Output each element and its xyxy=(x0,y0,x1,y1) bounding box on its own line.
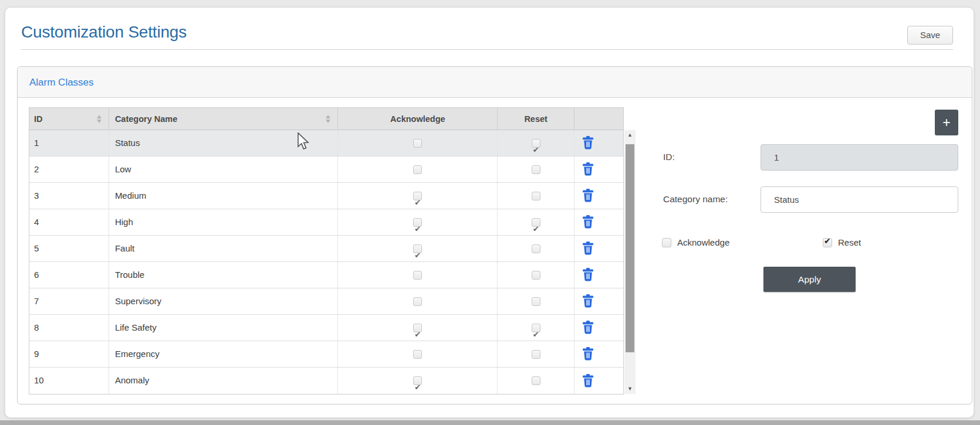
trash-icon xyxy=(582,294,594,308)
delete-row-button[interactable] xyxy=(582,215,594,229)
column-header-acknowledge[interactable]: Acknowledge xyxy=(338,108,498,130)
delete-row-button[interactable] xyxy=(582,374,594,388)
acknowledge-checkbox[interactable] xyxy=(413,324,422,332)
reset-checkbox[interactable] xyxy=(532,192,540,200)
column-header-reset[interactable]: Reset xyxy=(498,108,575,130)
reset-checkbox[interactable] xyxy=(532,271,540,280)
reset-checkbox[interactable] xyxy=(532,350,540,359)
panel-body: ID Category Name Acknowledge Reset 1 Sta… xyxy=(18,98,972,404)
delete-row-button[interactable] xyxy=(582,189,594,203)
panel-header: Alarm Classes xyxy=(18,67,972,98)
row-actions-cell xyxy=(575,368,623,394)
acknowledge-checkbox[interactable] xyxy=(413,297,422,306)
table-row[interactable]: 3 Medium xyxy=(29,183,623,209)
delete-row-button[interactable] xyxy=(582,242,594,256)
delete-row-button[interactable] xyxy=(582,294,594,308)
acknowledge-checkbox[interactable] xyxy=(413,244,422,253)
row-actions-cell xyxy=(575,341,623,367)
row-reset-cell xyxy=(498,157,575,182)
row-reset-cell xyxy=(498,315,575,341)
viewport-bottom-edge xyxy=(0,420,980,425)
table-row[interactable]: 6 Trouble xyxy=(29,262,623,288)
acknowledge-checkbox-label: Acknowledge xyxy=(677,237,729,247)
row-acknowledge-cell xyxy=(338,209,498,235)
column-header-id[interactable]: ID xyxy=(29,108,109,130)
reset-checkbox[interactable] xyxy=(532,376,540,385)
trash-icon xyxy=(582,321,594,334)
chevron-down-icon[interactable]: ▼ xyxy=(624,384,636,394)
trash-icon xyxy=(582,374,594,387)
row-category-cell: High xyxy=(109,209,339,235)
category-name-field-label: Category name: xyxy=(663,194,728,205)
row-category-cell: Status xyxy=(109,130,339,156)
scrollbar-thumb[interactable] xyxy=(626,144,634,352)
row-actions-cell xyxy=(575,157,623,182)
acknowledge-checkbox[interactable] xyxy=(413,376,422,385)
reset-checkbox-group: Reset xyxy=(823,237,861,247)
delete-row-button[interactable] xyxy=(582,321,594,335)
row-reset-cell xyxy=(498,183,575,209)
column-header-actions xyxy=(575,108,623,130)
acknowledge-checkbox[interactable] xyxy=(413,165,422,174)
table-row[interactable]: 4 High xyxy=(29,209,623,236)
row-id-cell: 5 xyxy=(29,236,109,261)
acknowledge-checkbox[interactable] xyxy=(413,350,422,359)
reset-checkbox[interactable] xyxy=(532,165,540,174)
row-acknowledge-cell xyxy=(338,341,498,367)
row-acknowledge-cell xyxy=(338,130,498,156)
page-title: Customization Settings xyxy=(21,23,187,42)
acknowledge-checkbox[interactable] xyxy=(413,271,422,280)
delete-row-button[interactable] xyxy=(582,347,594,361)
row-actions-cell xyxy=(575,209,623,235)
trash-icon xyxy=(582,242,594,255)
chevron-up-icon[interactable]: ▲ xyxy=(624,130,636,140)
reset-checkbox-label: Reset xyxy=(838,237,861,247)
sort-icon[interactable] xyxy=(97,115,102,123)
acknowledge-checkbox-group: Acknowledge xyxy=(662,237,729,247)
reset-checkbox[interactable] xyxy=(532,244,540,253)
trash-icon xyxy=(582,268,594,281)
acknowledge-checkbox[interactable] xyxy=(413,218,422,227)
save-button[interactable]: Save xyxy=(907,26,953,45)
row-acknowledge-cell xyxy=(338,157,498,182)
delete-row-button[interactable] xyxy=(582,162,594,176)
acknowledge-checkbox[interactable] xyxy=(413,139,422,148)
panel-header-label[interactable]: Alarm Classes xyxy=(18,67,972,98)
column-header-category[interactable]: Category Name xyxy=(109,108,339,130)
reset-checkbox[interactable] xyxy=(823,238,832,247)
table-row[interactable]: 2 Low xyxy=(29,157,623,183)
row-id-cell: 2 xyxy=(29,157,109,182)
row-category-cell: Fault xyxy=(109,236,339,261)
category-name-field[interactable] xyxy=(761,186,958,213)
add-alarm-class-button[interactable]: + xyxy=(935,110,958,135)
apply-button[interactable]: Apply xyxy=(763,267,856,292)
reset-checkbox[interactable] xyxy=(532,218,540,227)
row-reset-cell xyxy=(498,288,575,314)
reset-checkbox[interactable] xyxy=(532,139,540,148)
row-category-cell: Medium xyxy=(109,183,339,209)
acknowledge-checkbox[interactable] xyxy=(662,238,671,247)
row-acknowledge-cell xyxy=(338,183,498,209)
table-header-row: ID Category Name Acknowledge Reset xyxy=(29,108,623,130)
column-header-id-label: ID xyxy=(34,114,43,124)
table-row[interactable]: 1 Status xyxy=(29,130,623,157)
acknowledge-checkbox[interactable] xyxy=(413,192,422,200)
reset-checkbox[interactable] xyxy=(532,324,540,332)
row-reset-cell xyxy=(498,236,575,261)
reset-checkbox[interactable] xyxy=(532,297,540,306)
table-row[interactable]: 9 Emergency xyxy=(29,341,623,368)
delete-row-button[interactable] xyxy=(582,268,594,282)
sort-icon[interactable] xyxy=(326,115,331,123)
table-scrollbar[interactable]: ▲ ▼ xyxy=(624,130,636,394)
row-category-cell: Anomaly xyxy=(109,368,339,394)
row-actions-cell xyxy=(575,288,623,314)
row-id-cell: 6 xyxy=(29,262,109,288)
row-acknowledge-cell xyxy=(338,368,498,394)
id-field[interactable] xyxy=(761,144,958,171)
table-row[interactable]: 5 Fault xyxy=(29,236,623,262)
delete-row-button[interactable] xyxy=(582,136,594,150)
row-id-cell: 9 xyxy=(29,341,109,367)
table-row[interactable]: 7 Supervisory xyxy=(29,288,623,315)
table-row[interactable]: 10 Anomaly xyxy=(29,368,623,394)
table-row[interactable]: 8 Life Safety xyxy=(29,315,623,341)
